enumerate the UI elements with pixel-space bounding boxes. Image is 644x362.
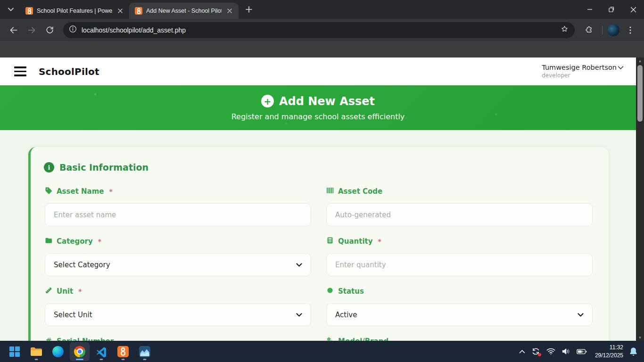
url-text[interactable]: localhost/schoolpilot/add_asset.php <box>82 26 560 34</box>
scroll-up-icon[interactable]: ▲ <box>636 58 644 64</box>
update-badge <box>538 353 541 356</box>
calculator-icon <box>326 237 334 246</box>
ruler-icon <box>45 287 52 296</box>
hash-icon: # <box>45 337 52 341</box>
asset-code-input[interactable] <box>326 203 593 226</box>
volume-icon[interactable] <box>561 347 570 355</box>
edge-icon <box>52 346 64 357</box>
tab-title: Add New Asset - School Pilot <box>146 8 222 14</box>
system-tray: 11:32 29/12/2025 <box>519 344 639 359</box>
page-subtitle: Register and manage school assets effici… <box>231 112 405 121</box>
address-bar[interactable]: localhost/schoolpilot/add_asset.php <box>63 22 575 38</box>
browser-toolbar: localhost/schoolpilot/add_asset.php <box>0 19 644 41</box>
field-label: Status <box>338 287 364 296</box>
barcode-icon <box>326 187 334 196</box>
browser-tab-strip: School Pilot Features | Powerful Add New… <box>0 0 644 19</box>
form-grid: Asset Name * Asset Code <box>44 187 594 341</box>
user-menu[interactable]: Tumwesige Robertson developer <box>542 64 624 79</box>
field-label: Model/Brand <box>338 337 388 341</box>
close-tab-icon[interactable] <box>116 7 124 15</box>
serial-number-field: # Serial Number <box>45 337 311 341</box>
battery-icon[interactable] <box>577 348 587 355</box>
select-value: Select Category <box>54 261 110 269</box>
update-sync-icon[interactable] <box>531 347 540 356</box>
running-indicator <box>143 359 147 360</box>
user-name: Tumwesige Robertson <box>542 64 617 72</box>
page-scrollbar[interactable]: ▲ ▼ <box>636 58 644 341</box>
hidden-icons-chevron-icon[interactable] <box>519 350 525 354</box>
asset-code-field: Asset Code <box>326 187 593 226</box>
file-explorer-button[interactable] <box>26 342 46 361</box>
back-button[interactable] <box>6 23 21 38</box>
minimize-button[interactable] <box>579 0 601 19</box>
new-tab-button[interactable] <box>242 3 256 16</box>
toolbar-right <box>579 23 639 38</box>
asset-name-input[interactable] <box>45 203 311 226</box>
tag-icon <box>45 187 52 196</box>
unit-select[interactable]: Select Unit <box>45 303 311 326</box>
close-tab-icon[interactable] <box>225 7 234 15</box>
info-icon: i <box>44 162 54 173</box>
plus-circle-icon: + <box>261 95 274 107</box>
chevron-down-icon <box>296 261 302 269</box>
clock-date: 29/12/2025 <box>595 352 623 359</box>
menu-hamburger-icon[interactable] <box>12 65 28 78</box>
asset-name-field: Asset Name * <box>45 187 311 226</box>
wifi-icon[interactable] <box>546 348 555 355</box>
field-label: Asset Name <box>57 187 104 196</box>
taskbar-clock[interactable]: 11:32 29/12/2025 <box>595 344 623 359</box>
app-header: SchoolPilot Tumwesige Robertson develope… <box>0 58 636 85</box>
category-select[interactable]: Select Category <box>45 253 311 276</box>
tab-search-chevron-icon[interactable] <box>4 2 18 16</box>
close-window-button[interactable] <box>622 0 644 19</box>
vscode-button[interactable] <box>91 342 111 361</box>
field-label: Category <box>57 237 93 246</box>
tab-school-pilot-features[interactable]: School Pilot Features | Powerful <box>20 3 129 19</box>
toolbar-separator <box>602 26 603 34</box>
tab-add-new-asset[interactable]: Add New Asset - School Pilot <box>129 3 239 19</box>
xampp-button[interactable] <box>113 342 133 361</box>
required-asterisk: * <box>98 238 101 245</box>
select-value: Active <box>335 311 357 319</box>
taskbar-apps <box>5 342 155 361</box>
chrome-button[interactable] <box>70 342 90 361</box>
running-indicator <box>35 359 38 360</box>
page-content: SchoolPilot Tumwesige Robertson develope… <box>0 58 636 341</box>
vscode-icon <box>96 346 107 357</box>
quantity-input[interactable] <box>326 253 593 276</box>
chrome-icon <box>74 346 85 357</box>
profile-avatar[interactable] <box>607 24 619 36</box>
file-explorer-icon <box>30 346 42 357</box>
folder-icon <box>45 237 52 246</box>
active-indicator <box>76 359 83 360</box>
bookmark-star-icon[interactable] <box>560 25 569 35</box>
user-role: developer <box>542 73 570 79</box>
forward-button[interactable] <box>24 23 39 38</box>
scrollbar-thumb[interactable] <box>637 65 643 122</box>
restore-button[interactable] <box>601 0 622 19</box>
required-asterisk: * <box>78 288 82 295</box>
section-title: Basic Information <box>59 162 149 173</box>
status-field: Status Active <box>326 287 593 326</box>
field-label: Asset Code <box>338 187 382 196</box>
reload-button[interactable] <box>42 23 57 38</box>
task-manager-button[interactable] <box>135 342 155 361</box>
required-asterisk: * <box>109 188 113 195</box>
start-button[interactable] <box>5 342 25 361</box>
field-label: Unit <box>57 287 73 296</box>
edge-button[interactable] <box>48 342 68 361</box>
basic-information-card: i Basic Information Asset Name * <box>28 147 609 341</box>
app-brand: SchoolPilot <box>39 66 99 77</box>
browser-menu-kebab-icon[interactable] <box>623 23 638 38</box>
field-label: Serial Number <box>57 337 114 341</box>
taskbar: 11:32 29/12/2025 <box>0 341 644 362</box>
extensions-icon[interactable] <box>581 23 596 38</box>
desktop-screen: School Pilot Features | Powerful Add New… <box>0 0 644 362</box>
status-select[interactable]: Active <box>326 303 593 326</box>
scroll-down-icon[interactable]: ▼ <box>636 334 644 341</box>
field-label: Quantity <box>338 237 373 246</box>
notification-bell-icon[interactable] <box>629 347 637 356</box>
clock-time: 11:32 <box>595 344 623 351</box>
select-value: Select Unit <box>54 311 92 319</box>
site-info-icon[interactable] <box>69 25 77 35</box>
